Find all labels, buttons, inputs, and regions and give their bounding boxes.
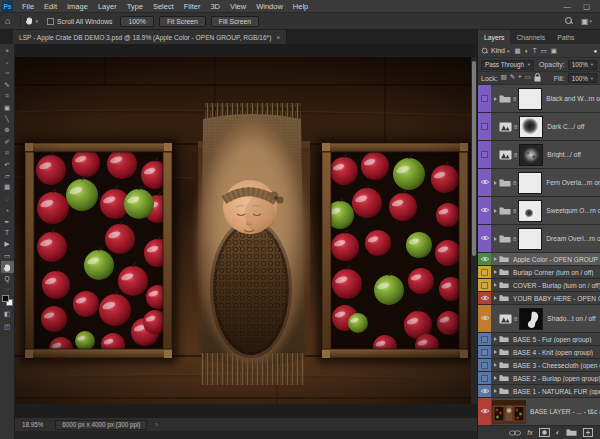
new-layer-icon[interactable] — [583, 428, 593, 437]
layer-row[interactable]: YOUR BABY HERE - OPEN GROUP — [478, 292, 600, 305]
fill-screen-button[interactable]: Fill Screen — [211, 16, 259, 27]
expand-group-arrow-icon[interactable] — [494, 389, 497, 393]
eraser-tool[interactable]: ▱ — [1, 170, 14, 181]
layer-name[interactable]: Dark C.../ off — [547, 123, 600, 130]
layer-name[interactable]: Dream Overl...rn on / off — [546, 235, 600, 242]
healing-brush-tool[interactable]: ⊕ — [1, 125, 14, 136]
eye-visible-icon[interactable] — [480, 255, 490, 264]
search-icon[interactable] — [565, 17, 573, 25]
pen-tool[interactable]: ✒ — [1, 216, 14, 227]
mask-link-icon[interactable]: 8 — [513, 123, 518, 130]
clone-stamp-tool[interactable]: ⌑ — [1, 148, 14, 159]
status-options-chevron-icon[interactable]: › — [155, 421, 157, 428]
tab-paths[interactable]: Paths — [551, 30, 580, 44]
blur-tool[interactable]: ◌ — [1, 193, 14, 204]
expand-group-arrow-icon[interactable] — [494, 283, 497, 287]
maximize-button[interactable]: ▢ — [583, 2, 590, 11]
eye-hidden-well[interactable] — [481, 282, 488, 289]
home-icon[interactable]: ⌂ — [5, 16, 10, 26]
filter-shape-layers-icon[interactable]: ▭ — [541, 47, 547, 55]
expand-group-arrow-icon[interactable] — [494, 257, 497, 261]
mask-link-icon[interactable]: 8 — [513, 151, 518, 158]
layer-name[interactable]: Apple Color - OPEN GROUP — [513, 256, 600, 263]
layer-row[interactable]: BASE 3 - Cheesecloth (open group) — [478, 359, 600, 372]
eye-hidden-well[interactable] — [481, 362, 488, 369]
tab-channels[interactable]: Channels — [510, 30, 551, 44]
marquee-tool[interactable]: ▫ — [1, 56, 14, 67]
link-layers-icon[interactable] — [509, 429, 521, 437]
blend-mode-dropdown[interactable]: Pass Through▾ — [481, 60, 534, 70]
mask-link-icon[interactable]: 8 — [513, 315, 518, 322]
minimize-button[interactable]: — — [563, 2, 571, 11]
eye-visible-icon[interactable] — [480, 387, 490, 396]
move-tool[interactable]: ⌖ — [1, 45, 14, 56]
eye-visible-icon[interactable] — [480, 294, 490, 303]
eye-visible-icon[interactable] — [480, 314, 490, 323]
eyedropper-tool[interactable]: ╲ — [1, 113, 14, 124]
layer-row[interactable]: BASE 1 - NATURAL FUR (open group) — [478, 385, 600, 398]
filter-pixel-layers-icon[interactable]: ▦ — [515, 47, 521, 55]
layer-row[interactable]: 8Dark C.../ off — [478, 113, 600, 141]
expand-group-arrow-icon[interactable] — [494, 376, 497, 380]
edit-toolbar-icon[interactable]: ⋯ — [1, 284, 14, 292]
eye-hidden-well[interactable] — [481, 123, 488, 130]
layer-row[interactable]: 8Bright.../ off — [478, 141, 600, 169]
layer-thumbnail[interactable] — [492, 400, 526, 424]
eye-hidden-well[interactable] — [481, 95, 488, 102]
eye-visible-icon[interactable] — [480, 206, 490, 215]
eye-visible-icon[interactable] — [480, 234, 490, 243]
lock-artboard-icon[interactable]: ▭ — [525, 73, 531, 83]
zoom-tool[interactable]: Q — [1, 273, 14, 284]
history-brush-tool[interactable]: ↶ — [1, 159, 14, 170]
menu-item-view[interactable]: View — [225, 2, 251, 11]
document-tab[interactable]: LSP - Apple Crate DB DEMO 3.psd @ 18.9% … — [13, 30, 287, 44]
layer-name[interactable]: BASE 4 - Knit (open group) — [513, 349, 600, 356]
menu-item-image[interactable]: Image — [62, 2, 93, 11]
expand-group-arrow-icon[interactable] — [494, 337, 497, 341]
lock-position-icon[interactable]: + — [518, 73, 522, 83]
eye-hidden-well[interactable] — [481, 336, 488, 343]
path-selection-tool[interactable]: ▶ — [1, 239, 14, 250]
layer-name[interactable]: Fern Overla...rn on / off — [546, 179, 600, 186]
expand-group-arrow-icon[interactable] — [494, 363, 497, 367]
layer-row[interactable]: BASE 5 - Fur (open group) — [478, 333, 600, 346]
new-group-icon[interactable] — [566, 428, 577, 436]
layer-row[interactable]: Burlap Corner (turn on / off) — [478, 266, 600, 279]
filter-toggle-icon[interactable]: ● — [594, 48, 597, 54]
menu-item-filter[interactable]: Filter — [179, 2, 206, 11]
layer-name[interactable]: COVER - Burlap (turn on / off) — [513, 282, 600, 289]
layer-mask-thumbnail[interactable] — [518, 172, 542, 194]
layer-row[interactable]: BASE 4 - Knit (open group) — [478, 346, 600, 359]
filter-adjustment-layers-icon[interactable]: ◐ — [525, 47, 529, 55]
add-layer-mask-icon[interactable] — [539, 428, 550, 437]
layer-row[interactable]: 8Dream Overl...rn on / off — [478, 225, 600, 253]
layer-row[interactable]: BASE LAYER - ... - t&c apply — [478, 398, 600, 425]
expand-group-arrow-icon[interactable] — [494, 181, 497, 185]
mask-link-icon[interactable]: 8 — [512, 207, 517, 214]
vertical-scrollbar-thumb[interactable] — [472, 61, 476, 256]
hand-tool-preset-icon[interactable]: ▾ — [25, 16, 38, 26]
menu-item-3d[interactable]: 3D — [205, 2, 225, 11]
layer-name[interactable]: Bright.../ off — [547, 151, 600, 158]
color-swatches[interactable] — [2, 295, 13, 306]
expand-group-arrow-icon[interactable] — [494, 97, 497, 101]
lasso-tool[interactable]: ∽ — [1, 68, 14, 79]
layer-row[interactable]: 8Fern Overla...rn on / off — [478, 169, 600, 197]
eye-hidden-well[interactable] — [481, 269, 488, 276]
quick-selection-tool[interactable]: ✎ — [1, 79, 14, 90]
add-layer-style-icon[interactable]: fx — [527, 429, 532, 436]
zoom-level-field[interactable]: 18.95% — [22, 421, 43, 428]
eye-hidden-well[interactable] — [481, 151, 488, 158]
layer-row[interactable]: 8Shado...t on / off — [478, 305, 600, 333]
eye-hidden-well[interactable] — [481, 375, 488, 382]
layer-mask-thumbnail[interactable] — [519, 116, 543, 138]
expand-group-arrow-icon[interactable] — [494, 270, 497, 274]
mask-link-icon[interactable]: 8 — [512, 179, 517, 186]
layer-mask-thumbnail[interactable] — [518, 228, 542, 250]
layer-row[interactable]: 8Sweetgum O...rn on / off — [478, 197, 600, 225]
eye-visible-icon[interactable] — [480, 407, 490, 416]
menu-item-window[interactable]: Window — [251, 2, 288, 11]
lock-transparency-icon[interactable]: ▨ — [501, 73, 507, 83]
layer-row[interactable]: 8Black and W...rn on / off — [478, 85, 600, 113]
hand-tool[interactable] — [1, 261, 14, 272]
